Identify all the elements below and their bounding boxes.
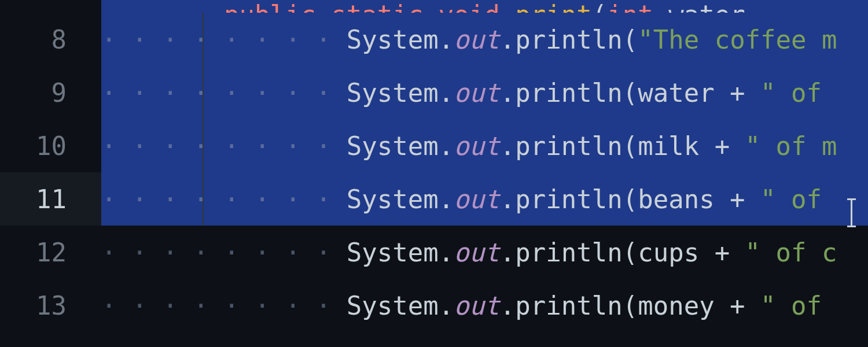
token: .println(water + bbox=[500, 78, 760, 108]
token-field: out bbox=[454, 291, 499, 320]
token-string: "The coffee m bbox=[638, 25, 837, 54]
code-line[interactable]: · · · · · · · · System.out.println("The … bbox=[101, 13, 868, 66]
code-line[interactable]: · · · · public static void print(int wat… bbox=[101, 0, 868, 13]
token: System. bbox=[347, 78, 454, 108]
line-number: 9 bbox=[0, 66, 101, 119]
whitespace-indicator: · · · · · · · · bbox=[101, 25, 347, 54]
code-line-current[interactable]: · · · · · · · · System.out.println(beans… bbox=[101, 172, 868, 226]
token: .println( bbox=[500, 25, 638, 54]
indent-guide bbox=[203, 13, 204, 226]
line-number: 11 bbox=[0, 172, 101, 226]
whitespace-indicator: · · · · · · · · bbox=[101, 184, 347, 214]
code-line[interactable]: · · · · · · · · System.out.println(money… bbox=[101, 279, 868, 332]
line-number: 8 bbox=[0, 13, 101, 66]
whitespace-indicator: · · · · · · · · bbox=[101, 238, 347, 267]
token: .println(milk + bbox=[500, 131, 745, 161]
token: .println(cups + bbox=[500, 238, 745, 267]
whitespace-indicator: · · · · · · · · bbox=[101, 78, 347, 108]
line-number: 12 bbox=[0, 226, 101, 279]
line-number: 10 bbox=[0, 119, 101, 172]
token-string: " of c bbox=[745, 238, 837, 267]
token: System. bbox=[347, 238, 454, 267]
code-line[interactable]: · · · · · · · · System.out.println(water… bbox=[101, 66, 868, 119]
token-string: " of m bbox=[745, 131, 837, 161]
token-type: int bbox=[607, 0, 668, 13]
token-field: out bbox=[454, 238, 499, 267]
whitespace-indicator: · · · · · · · · bbox=[101, 131, 347, 161]
code-line[interactable]: · · · · · · · · System.out.println(milk … bbox=[101, 119, 868, 172]
token-paren: ( bbox=[592, 0, 608, 13]
code-editor[interactable]: 8 9 10 11 12 13 · · · · public static vo… bbox=[0, 0, 868, 347]
token-field: out bbox=[454, 184, 499, 214]
token-string: " of bbox=[760, 184, 837, 214]
token-field: out bbox=[454, 131, 499, 161]
token: System. bbox=[347, 25, 454, 54]
token-function: print bbox=[515, 0, 591, 13]
whitespace-indicator: · · · · bbox=[101, 0, 224, 13]
token-string: " of bbox=[760, 78, 837, 108]
token-field: out bbox=[454, 25, 499, 54]
token: .println(beans + bbox=[500, 184, 760, 214]
token: System. bbox=[347, 184, 454, 214]
token: .println(money + bbox=[500, 291, 760, 320]
code-line[interactable]: · · · · · · · · System.out.println(cups … bbox=[101, 226, 868, 279]
line-gutter: 8 9 10 11 12 13 bbox=[0, 0, 101, 347]
line-number: 13 bbox=[0, 279, 101, 332]
code-area[interactable]: · · · · public static void print(int wat… bbox=[101, 0, 868, 347]
token: System. bbox=[347, 131, 454, 161]
token-keyword: public static void bbox=[224, 0, 515, 13]
whitespace-indicator: · · · · · · · · bbox=[101, 291, 347, 320]
line-number bbox=[0, 0, 101, 13]
token-string: " of bbox=[760, 291, 837, 320]
token-field: out bbox=[454, 78, 499, 108]
token: System. bbox=[347, 291, 454, 320]
text-cursor-icon bbox=[846, 198, 856, 227]
token-identifier: water, bbox=[668, 0, 760, 13]
